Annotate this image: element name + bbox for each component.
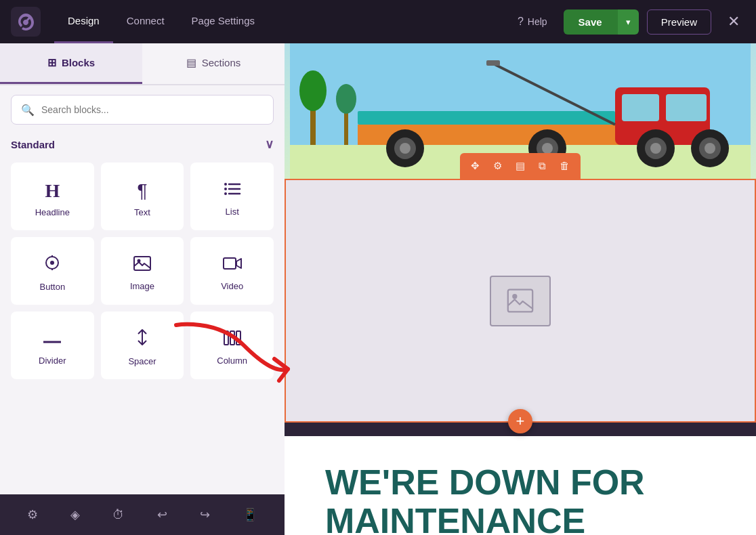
list-icon	[224, 180, 241, 201]
svg-point-7	[50, 261, 54, 265]
svg-rect-17	[236, 331, 240, 345]
bottom-text-section: WE'RE DOWN FOR MAINTENANCE	[285, 436, 756, 535]
blocks-grid: H Headline ¶ Text	[0, 157, 285, 385]
main-layout: ⊞ Blocks ▤ Sections 🔍 Standard ∨ H	[0, 43, 756, 535]
chevron-down-icon: ▾	[626, 17, 631, 27]
column-icon	[224, 329, 241, 350]
canvas-inner: ✥ ⚙ ▤ ⧉ 🗑 +	[285, 43, 756, 535]
svg-rect-26	[622, 94, 659, 121]
svg-point-33	[542, 143, 553, 154]
float-toolbar: ✥ ⚙ ▤ ⧉ 🗑	[460, 153, 581, 179]
search-area: 🔍	[0, 85, 285, 130]
help-button[interactable]: ? Help	[509, 10, 555, 33]
divider-icon	[43, 329, 61, 350]
truck-section: ✥ ⚙ ▤ ⧉ 🗑	[285, 43, 756, 179]
svg-point-5	[224, 192, 227, 195]
settings-icon[interactable]: ⚙	[27, 507, 38, 522]
svg-point-21	[299, 70, 327, 111]
sidebar-tabs: ⊞ Blocks ▤ Sections	[0, 43, 285, 85]
svg-point-44	[512, 294, 517, 299]
nav-tab-page-settings[interactable]: Page Settings	[178, 0, 268, 43]
standard-section-label: Standard ∨	[0, 130, 285, 157]
preview-button[interactable]: Preview	[647, 9, 711, 35]
save-button[interactable]: Save	[564, 9, 617, 35]
sidebar-bottom-toolbar: ⚙ ◈ ⏱ ↩ ↪ 📱	[0, 494, 285, 535]
search-box: 🔍	[11, 95, 274, 125]
block-headline[interactable]: H Headline	[11, 163, 94, 230]
search-input[interactable]	[41, 104, 264, 115]
nav-right-actions: ? Help Save ▾ Preview ✕	[509, 7, 745, 36]
image-icon	[133, 255, 151, 276]
help-icon: ?	[518, 16, 524, 28]
svg-point-39	[705, 143, 715, 154]
close-button[interactable]: ✕	[722, 7, 745, 36]
spacer-icon	[135, 328, 150, 351]
svg-point-30	[400, 143, 411, 154]
tab-blocks[interactable]: ⊞ Blocks	[0, 43, 142, 84]
svg-rect-40	[358, 111, 615, 125]
blocks-tab-icon: ⊞	[47, 56, 56, 69]
block-list[interactable]: List	[190, 163, 274, 230]
chevron-down-icon[interactable]: ∨	[265, 137, 274, 152]
nav-tab-connect[interactable]: Connect	[113, 0, 178, 43]
settings-toolbar-icon[interactable]: ⚙	[489, 157, 506, 175]
search-icon: 🔍	[21, 104, 35, 116]
video-icon	[223, 255, 242, 276]
canvas: ✥ ⚙ ▤ ⧉ 🗑 +	[285, 43, 756, 535]
move-icon[interactable]: ✥	[467, 157, 484, 175]
block-spacer[interactable]: Spacer	[101, 312, 184, 379]
svg-point-36	[650, 143, 661, 154]
block-image[interactable]: Image	[101, 237, 184, 305]
svg-rect-43	[508, 290, 532, 312]
sidebar: ⊞ Blocks ▤ Sections 🔍 Standard ∨ H	[0, 43, 285, 535]
layers-icon[interactable]: ◈	[70, 507, 80, 522]
top-navigation: Design Connect Page Settings ? Help Save…	[0, 0, 756, 43]
svg-point-23	[336, 84, 356, 114]
save-toolbar-icon[interactable]: ▤	[511, 157, 529, 175]
maintenance-title-line2: MAINTENANCE	[325, 502, 715, 535]
copy-toolbar-icon[interactable]: ⧉	[534, 157, 550, 175]
svg-rect-27	[666, 94, 707, 121]
headline-icon: H	[45, 180, 60, 202]
image-placeholder	[490, 276, 551, 326]
svg-point-3	[224, 183, 227, 186]
history-icon[interactable]: ⏱	[112, 508, 125, 522]
selected-block[interactable]: +	[285, 179, 756, 423]
block-column[interactable]: Column	[190, 312, 274, 379]
tab-sections[interactable]: ▤ Sections	[142, 43, 285, 84]
mobile-preview-icon[interactable]: 📱	[243, 507, 257, 522]
text-icon: ¶	[137, 180, 147, 202]
svg-point-4	[224, 188, 227, 190]
block-divider[interactable]: Divider	[11, 312, 94, 379]
svg-rect-16	[230, 331, 234, 345]
maintenance-title-line1: WE'RE DOWN FOR	[325, 463, 715, 502]
svg-rect-12	[224, 258, 236, 269]
redo-icon[interactable]: ↪	[200, 507, 210, 522]
save-button-group: Save ▾	[564, 9, 639, 35]
nav-tabs: Design Connect Page Settings	[54, 0, 509, 43]
svg-rect-15	[224, 331, 228, 345]
delete-toolbar-icon[interactable]: 🗑	[555, 157, 574, 175]
block-text[interactable]: ¶ Text	[101, 163, 184, 230]
nav-tab-design[interactable]: Design	[54, 0, 113, 43]
block-video[interactable]: Video	[190, 237, 274, 305]
undo-icon[interactable]: ↩	[157, 507, 167, 522]
logo	[11, 7, 41, 37]
svg-rect-42	[486, 60, 500, 66]
sections-tab-icon: ▤	[186, 56, 196, 69]
save-dropdown-button[interactable]: ▾	[617, 9, 639, 35]
block-button[interactable]: Button	[11, 237, 94, 305]
add-block-button[interactable]: +	[508, 409, 532, 433]
button-icon	[43, 254, 61, 276]
